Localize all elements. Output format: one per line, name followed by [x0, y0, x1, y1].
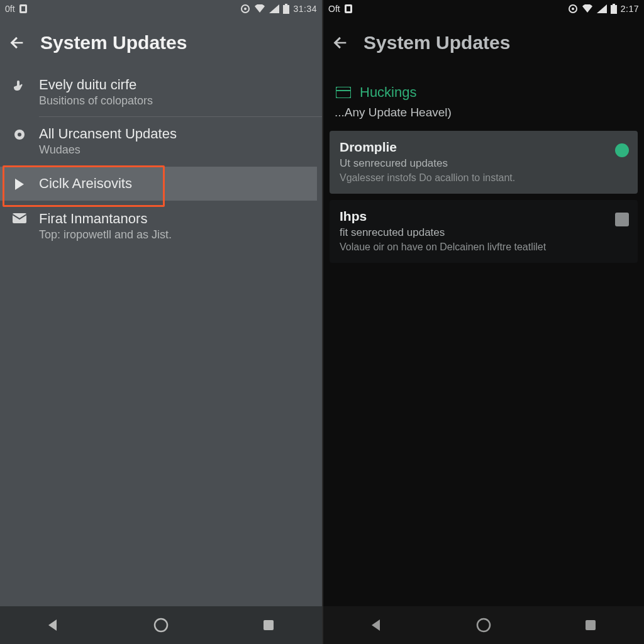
- settings-panel: Huckings ...Any Update Heavel) Dromplie …: [323, 68, 644, 606]
- clock-text: 31:34: [293, 4, 317, 14]
- signal-icon: [269, 4, 279, 13]
- nav-home-button[interactable]: [142, 613, 180, 638]
- item-subtitle: Wudaes: [39, 143, 177, 157]
- clock-text: 2:17: [621, 4, 639, 14]
- svg-rect-10: [264, 620, 274, 630]
- checkbox-icon[interactable]: [615, 213, 629, 226]
- svg-point-9: [155, 619, 167, 631]
- sim-icon: [19, 4, 28, 14]
- section-subheading: ...Any Update Heavel): [323, 104, 644, 131]
- sim-icon: [344, 4, 353, 14]
- item-title: Evely duitu cirfe: [39, 77, 153, 93]
- right-screen: Oft 2:17 System Updates Huckings ...An: [322, 0, 644, 644]
- radio-on-icon[interactable]: [615, 143, 629, 157]
- status-left-text: Oft: [328, 4, 340, 14]
- page-title: System Updates: [364, 32, 510, 53]
- nav-bar: [323, 606, 644, 644]
- section-header: Huckings: [323, 68, 644, 104]
- setting-card[interactable]: Dromplie Ut senrecured updates Vgalesser…: [330, 131, 638, 194]
- highlighted-item: Ciclk Areisovits: [0, 167, 317, 201]
- card-title: Ihps: [340, 209, 629, 224]
- setting-card[interactable]: Ihps fit senrecuted updates Volaue oir o…: [330, 200, 638, 263]
- section-label: Huckings: [360, 84, 416, 101]
- svg-rect-5: [283, 5, 289, 14]
- svg-rect-16: [611, 5, 617, 14]
- card-line1: Ut senrecured updates: [340, 157, 629, 170]
- target-icon: [240, 4, 250, 14]
- svg-point-3: [244, 8, 247, 10]
- svg-rect-15: [613, 4, 615, 5]
- battery-icon: [611, 4, 617, 14]
- status-left-text: 0ft: [5, 4, 15, 14]
- card-title: Dromplie: [340, 140, 629, 155]
- nav-bar: [0, 606, 322, 644]
- signal-icon: [597, 4, 607, 13]
- list-item[interactable]: Ciclk Areisovits: [0, 167, 317, 201]
- svg-point-7: [18, 133, 21, 136]
- svg-rect-17: [336, 87, 351, 98]
- item-title: Firat Inmantanors: [39, 211, 172, 227]
- item-subtitle: Top: iropowetll and as Jist.: [39, 228, 172, 242]
- status-bar: 0ft 31:34: [0, 0, 322, 18]
- svg-point-14: [572, 8, 574, 10]
- item-subtitle: Busitions of colopators: [39, 94, 153, 108]
- wifi-icon: [254, 4, 265, 13]
- list-item[interactable]: Evely duitu cirfe Busitions of colopator…: [0, 68, 322, 116]
- list-item[interactable]: Firat Inmantanors Top: iropowetll and as…: [0, 202, 322, 250]
- screen-header: System Updates: [0, 18, 322, 68]
- disc-icon: [11, 126, 28, 141]
- hand-icon: [11, 77, 28, 93]
- back-button[interactable]: [330, 32, 351, 53]
- settings-list: Evely duitu cirfe Busitions of colopator…: [0, 68, 322, 606]
- mail-icon: [11, 211, 28, 223]
- svg-rect-12: [347, 6, 350, 11]
- nav-home-button[interactable]: [465, 613, 502, 638]
- page-title: System Updates: [40, 32, 187, 53]
- svg-rect-1: [21, 6, 25, 11]
- left-screen: 0ft 31:34 System Updates: [0, 0, 322, 644]
- play-icon: [11, 175, 28, 191]
- card-line2: Volaue oir on have on Delcainen livftre …: [340, 242, 629, 253]
- nav-back-button[interactable]: [358, 613, 396, 638]
- svg-point-19: [477, 619, 490, 631]
- target-icon: [568, 4, 578, 14]
- wifi-icon: [582, 4, 593, 13]
- card-line2: Vgalesser instofs Do acallion to instant…: [340, 172, 629, 184]
- nav-recents-button[interactable]: [250, 613, 287, 638]
- card-icon: [336, 87, 351, 98]
- nav-recents-button[interactable]: [572, 613, 609, 638]
- svg-rect-20: [586, 620, 596, 630]
- back-button[interactable]: [6, 32, 28, 53]
- item-title: Ciclk Areisovits: [39, 175, 132, 192]
- list-item[interactable]: All Urcansent Updates Wudaes: [0, 117, 322, 165]
- svg-rect-4: [285, 4, 287, 5]
- battery-icon: [283, 4, 289, 14]
- status-bar: Oft 2:17: [323, 0, 644, 18]
- screen-header: System Updates: [323, 18, 644, 68]
- nav-back-button[interactable]: [35, 613, 72, 638]
- card-line1: fit senrecuted updates: [340, 226, 629, 239]
- item-title: All Urcansent Updates: [39, 126, 177, 142]
